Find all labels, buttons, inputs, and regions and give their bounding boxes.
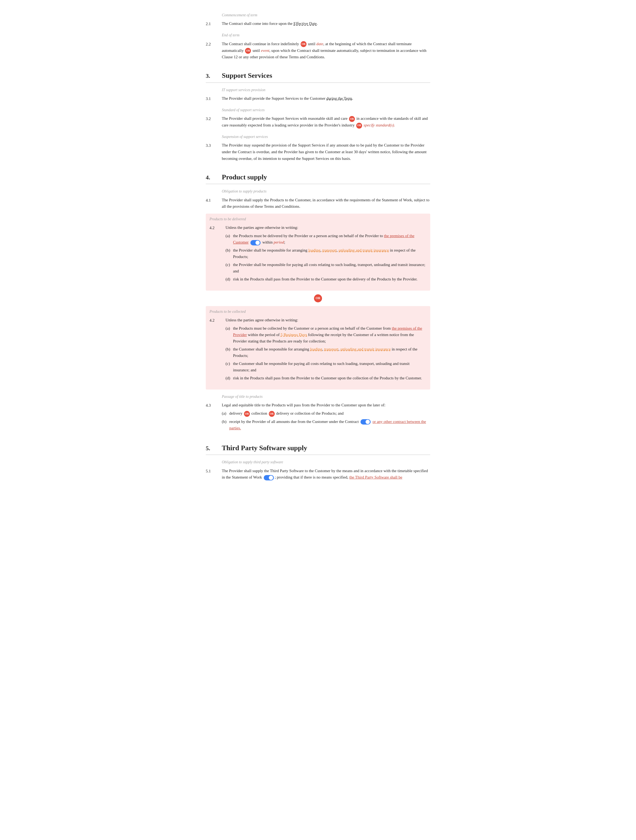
clause-3-2-num: 3.2 <box>206 115 222 129</box>
products-delivered-label: Products to be delivered <box>209 216 427 222</box>
section-4-num: 4. <box>206 173 216 182</box>
standard-support-label: Standard of support services <box>206 107 430 113</box>
section-4-title: Product supply <box>222 172 267 183</box>
clause-4-2-text: Unless the parties agree otherwise in wr… <box>225 224 427 284</box>
clause-4-2d-label: (d) <box>225 276 233 283</box>
loading-link: loading <box>309 248 320 253</box>
clause-3-3-text: The Provider may suspend the provision o… <box>222 142 430 162</box>
clause-4-2bb-label: (b) <box>225 346 233 359</box>
clause-4-2ba-label: (a) <box>225 325 233 344</box>
clause-4-2d-text: risk in the Products shall pass from the… <box>233 276 427 283</box>
section-3-title: Support Services <box>222 70 272 81</box>
tps-link: the Third Party Software shall be <box>349 475 402 479</box>
or-badge-1: OR <box>301 41 307 47</box>
end-of-term-label: End of term <box>206 32 430 38</box>
or-badge-4: OR <box>356 123 362 129</box>
unloading-link-2: unloading and transit insurance <box>340 347 391 351</box>
clause-4-3b-label: (b) <box>222 418 229 431</box>
clause-2-1: 2.1 The Contract shall come into force u… <box>206 19 430 28</box>
specify-standard: specify standard(s). <box>364 123 395 127</box>
clause-4-3a-text: delivery OR collection OR delivery or co… <box>229 410 430 417</box>
clause-4-2c-text: the Provider shall be responsible for pa… <box>233 262 427 274</box>
clause-4-3-num: 4.3 <box>206 402 222 433</box>
clause-4-3a-label: (a) <box>222 410 229 417</box>
clause-3-2-text: The Provider shall provide the Support S… <box>222 115 430 129</box>
section-4-header: 4. Product supply <box>206 172 430 185</box>
clause-4-2bb: (b) the Customer shall be responsible fo… <box>225 346 427 359</box>
clause-4-2b: (b) the Provider shall be responsible fo… <box>225 247 427 260</box>
clause-4-3a: (a) delivery OR collection OR delivery o… <box>222 410 430 417</box>
toggle-2[interactable] <box>361 419 371 425</box>
clause-4-3b: (b) receipt by the Provider of all amoun… <box>222 418 430 431</box>
clause-4-2bc-text: the Customer shall be responsible for pa… <box>233 360 427 373</box>
suspension-label: Suspension of support services <box>206 134 430 140</box>
clause-5-1-text: The Provider shall supply the Third Part… <box>222 467 430 481</box>
clause-4-2a-label: (a) <box>225 232 233 245</box>
clause-4-2-collected: 4.2 Unless the parties agree otherwise i… <box>209 316 427 384</box>
clause-4-3b-text: receipt by the Provider of all amounts d… <box>229 418 430 431</box>
event-text: event <box>261 48 269 53</box>
toggle-3[interactable] <box>264 475 274 480</box>
clause-4-2bd: (d) risk in the Products shall pass from… <box>225 375 427 382</box>
products-collected-block: Products to be collected 4.2 Unless the … <box>206 306 430 390</box>
section-3-header: 3. Support Services <box>206 70 430 83</box>
transport-link: transport <box>323 248 337 253</box>
or-badge-5: OR <box>244 411 250 417</box>
clause-5-1-num: 5.1 <box>206 467 222 481</box>
clause-2-2-num: 2.2 <box>206 41 222 60</box>
clause-4-2b-text: the Provider shall be responsible for ar… <box>233 247 427 260</box>
or-badge-2: OR <box>245 48 251 54</box>
clause-4-2-delivered: 4.2 Unless the parties agree otherwise i… <box>209 223 427 285</box>
clause-4-2c-label: (c) <box>225 262 233 274</box>
premises-provider-link: the premises of the Provider <box>233 326 422 337</box>
clause-5-1: 5.1 The Provider shall supply the Third … <box>206 466 430 482</box>
clause-2-1-num: 2.1 <box>206 21 222 27</box>
section-5-title: Third Party Software supply <box>222 442 307 454</box>
date-text: date <box>316 42 323 46</box>
clause-4-2c: (c) the Provider shall be responsible fo… <box>225 262 427 274</box>
clause-4-2ba: (a) the Products must be collected by th… <box>225 325 427 344</box>
clause-3-3-num: 3.3 <box>206 142 222 162</box>
passage-label: Passage of title to products <box>206 394 430 399</box>
clause-3-1-num: 3.1 <box>206 95 222 102</box>
clause-4-2-list: (a) the Products must be delivered by th… <box>225 232 427 283</box>
other-contract-link: or any other contract between the partie… <box>229 420 426 430</box>
clause-4-3: 4.3 Legal and equitable title to the Pro… <box>206 401 430 434</box>
5-business-days: 5 Business Days <box>280 333 307 337</box>
loading-link-2: loading <box>310 347 322 351</box>
toggle-1[interactable] <box>250 240 261 245</box>
or-badge-center: OR <box>314 294 322 302</box>
clause-4-2b-label: (b) <box>225 247 233 260</box>
clause-4-2bc: (c) the Customer shall be responsible fo… <box>225 360 427 373</box>
clause-3-2: 3.2 The Provider shall provide the Suppo… <box>206 114 430 129</box>
section-5-header: 5. Third Party Software supply <box>206 442 430 455</box>
clause-2-2: 2.2 The Contract shall continue in force… <box>206 39 430 62</box>
clause-3-1-text: The Provider shall provide the Support S… <box>222 95 430 102</box>
clause-4-3-list: (a) delivery OR collection OR delivery o… <box>222 410 430 431</box>
transport-link-2: transport <box>324 347 338 351</box>
clause-4-2a: (a) the Products must be delivered by th… <box>225 232 427 245</box>
period-text: period <box>274 240 284 244</box>
clause-4-1: 4.1 The Provider shall supply the Produc… <box>206 196 430 211</box>
clause-4-2d: (d) risk in the Products shall pass from… <box>225 276 427 283</box>
clause-2-2-text: The Contract shall continue in force ind… <box>222 41 430 60</box>
section-3-num: 3. <box>206 71 216 81</box>
clause-4-3-text: Legal and equitable title to the Product… <box>222 402 430 433</box>
clause-4-2bc-label: (c) <box>225 360 233 373</box>
commencement-label: Commencement of term <box>206 12 430 18</box>
or-badge-6: OR <box>269 411 275 417</box>
products-collected-label: Products to be collected <box>209 309 427 315</box>
clause-4-2ba-text: the Products must be collected by the Cu… <box>233 325 427 344</box>
clause-3-3: 3.3 The Provider may suspend the provisi… <box>206 141 430 163</box>
it-support-label: IT support services provision <box>206 87 430 93</box>
clause-4-2bd-label: (d) <box>225 375 233 382</box>
clause-4-2-collected-text: Unless the parties agree otherwise in wr… <box>225 317 427 383</box>
clause-4-2bd-text: risk in the Products shall pass from the… <box>233 375 427 382</box>
clause-3-1: 3.1 The Provider shall provide the Suppo… <box>206 94 430 103</box>
clause-4-1-num: 4.1 <box>206 197 222 210</box>
unloading-link: unloading and transit insurance <box>338 248 389 253</box>
clause-4-2b-num: 4.2 <box>209 317 225 383</box>
section-5-num: 5. <box>206 444 216 453</box>
clause-4-2a-text: the Products must be delivered by the Pr… <box>233 232 427 245</box>
clause-4-2-collected-list: (a) the Products must be collected by th… <box>225 325 427 382</box>
